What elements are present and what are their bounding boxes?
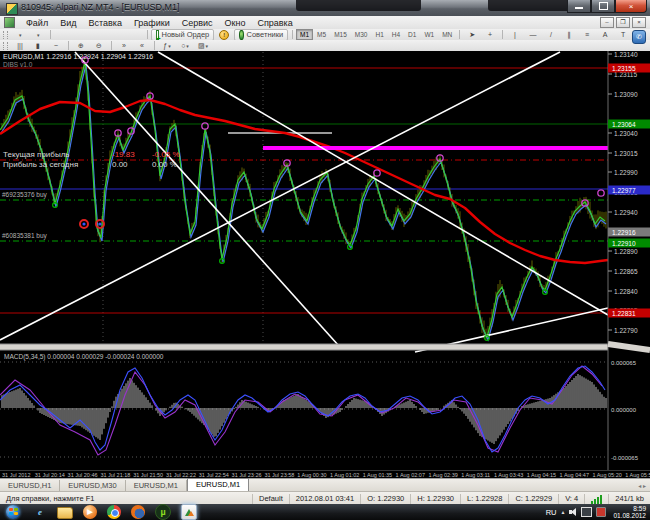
svg-text:1.22865: 1.22865 bbox=[614, 268, 638, 275]
timeframe-M15-button[interactable]: M15 bbox=[330, 29, 351, 40]
cursor-tool[interactable]: ➤ bbox=[464, 29, 480, 40]
horizontal-line-tool[interactable]: — bbox=[525, 29, 541, 40]
menu-item-Справка[interactable]: Справка bbox=[251, 17, 298, 29]
svg-text:1.22990: 1.22990 bbox=[614, 169, 638, 176]
templates-button[interactable]: ▨ bbox=[195, 40, 211, 51]
trendline-tool[interactable]: / bbox=[543, 29, 559, 40]
timeframe-M30-button[interactable]: M30 bbox=[351, 29, 372, 40]
strategy-tester-toggle[interactable] bbox=[127, 29, 143, 40]
chart-canvas[interactable]: EURUSD,M1 1.22916 1.22924 1.22904 1.2291… bbox=[0, 51, 650, 470]
svg-text:1.23090: 1.23090 bbox=[614, 91, 638, 98]
start-button[interactable] bbox=[6, 505, 20, 519]
clock-date: 01.08.2012 bbox=[613, 512, 646, 519]
timeframe-W1-button[interactable]: W1 bbox=[420, 29, 438, 40]
metaeditor-button[interactable]: ! bbox=[216, 29, 232, 40]
timeframe-M1-button[interactable]: M1 bbox=[296, 29, 313, 40]
profiles-button[interactable] bbox=[30, 29, 46, 40]
fibonacci-tool[interactable]: ≡ bbox=[579, 29, 595, 40]
timeframe-MN-button[interactable]: MN bbox=[438, 29, 456, 40]
media-player-icon[interactable]: ▶ bbox=[83, 505, 97, 519]
zoom-in-button[interactable]: ⊕ bbox=[73, 40, 89, 51]
new-chart-button[interactable] bbox=[12, 29, 28, 40]
minimize-button[interactable] bbox=[567, 0, 591, 13]
mdi-close-button[interactable]: × bbox=[632, 17, 646, 28]
status-help-text: Для справки, нажмите F1 bbox=[0, 494, 252, 504]
menu-bar: ФайлВидВставкаГрафикиСервисОкноСправка –… bbox=[0, 16, 650, 30]
chart-area[interactable]: EURUSD,M1 1.22916 1.22924 1.22904 1.2291… bbox=[0, 51, 650, 470]
svg-text:#60835381 buy: #60835381 buy bbox=[2, 232, 48, 240]
menu-item-Вставка[interactable]: Вставка bbox=[82, 17, 127, 29]
zoom-out-button[interactable]: ⊖ bbox=[91, 40, 107, 51]
auto-scroll-button[interactable]: » bbox=[116, 40, 132, 51]
status-volume: V: 4 bbox=[558, 494, 584, 504]
timeframe-D1-button[interactable]: D1 bbox=[404, 29, 420, 40]
market-watch-toggle[interactable] bbox=[55, 29, 71, 40]
network-icon[interactable] bbox=[581, 507, 592, 517]
menu-item-Сервис[interactable]: Сервис bbox=[176, 17, 219, 29]
chart-shift-button[interactable]: « bbox=[134, 40, 150, 51]
timeframe-H1-button[interactable]: H1 bbox=[371, 29, 387, 40]
new-order-icon bbox=[156, 30, 158, 40]
internet-explorer-icon[interactable]: e bbox=[33, 505, 47, 519]
utorrent-icon[interactable]: µ bbox=[155, 504, 171, 520]
tray-expand-icon[interactable]: ▲ bbox=[561, 509, 566, 515]
menu-item-Файл[interactable]: Файл bbox=[20, 17, 54, 29]
timeframe-H4-button[interactable]: H4 bbox=[388, 29, 404, 40]
svg-text:0.000000: 0.000000 bbox=[611, 407, 637, 413]
crosshair-tool[interactable]: + bbox=[482, 29, 498, 40]
data-window-toggle[interactable] bbox=[73, 29, 89, 40]
volume-icon[interactable] bbox=[569, 508, 577, 516]
alpari-mt4-taskbar-icon[interactable] bbox=[181, 504, 197, 520]
status-profile[interactable]: Default bbox=[252, 494, 289, 504]
tab-scroll-arrows[interactable]: ◂ ▸ bbox=[638, 482, 646, 489]
svg-text:1.23140: 1.23140 bbox=[614, 51, 638, 58]
svg-text:-19.83: -19.83 bbox=[112, 150, 135, 159]
action-center-flag-icon[interactable] bbox=[596, 507, 606, 517]
vertical-line-tool[interactable]: | bbox=[507, 29, 523, 40]
toolbar-grip[interactable] bbox=[3, 31, 8, 39]
close-button[interactable]: × bbox=[615, 0, 647, 13]
channel-tool[interactable]: ∥ bbox=[561, 29, 577, 40]
line-chart-button[interactable]: ~ bbox=[48, 40, 64, 51]
window-title: 810945: Alpari NZ MT4 - [EURUSD,M1] bbox=[21, 2, 180, 12]
connection-signal-icon bbox=[584, 494, 608, 504]
menu-item-Вид[interactable]: Вид bbox=[54, 17, 82, 29]
expert-advisors-label: Советники bbox=[247, 30, 284, 39]
restore-button[interactable] bbox=[591, 0, 615, 13]
new-order-label: Новый Ордер bbox=[162, 30, 210, 39]
candlestick-chart-button[interactable]: ▮ bbox=[30, 40, 46, 51]
mdi-minimize-button[interactable]: – bbox=[600, 17, 614, 28]
menu-item-Графики[interactable]: Графики bbox=[128, 17, 176, 29]
firefox-icon[interactable] bbox=[131, 505, 145, 519]
svg-text:0.000065: 0.000065 bbox=[611, 360, 637, 366]
bar-chart-button[interactable]: ||| bbox=[12, 40, 28, 51]
label-tool[interactable]: T bbox=[615, 29, 631, 40]
status-close: C: 1.22929 bbox=[508, 494, 558, 504]
timeframe-M5-button[interactable]: M5 bbox=[313, 29, 330, 40]
text-tool[interactable]: A bbox=[597, 29, 613, 40]
svg-text:0.00 %: 0.00 % bbox=[152, 160, 177, 169]
expert-advisors-button[interactable]: Советники bbox=[234, 29, 288, 41]
chat-icon[interactable]: ✆ bbox=[632, 30, 646, 44]
tray-clock[interactable]: 8:59 01.08.2012 bbox=[613, 505, 646, 519]
svg-text:-0.000065: -0.000065 bbox=[611, 455, 639, 461]
chrome-icon[interactable] bbox=[107, 505, 121, 519]
svg-text:DIBS v1.0: DIBS v1.0 bbox=[3, 61, 33, 68]
title-bar: 810945: Alpari NZ MT4 - [EURUSD,M1] × bbox=[0, 0, 650, 17]
status-traffic: 241/1 kb bbox=[608, 494, 650, 504]
windows-explorer-icon[interactable] bbox=[57, 507, 73, 519]
indicators-button[interactable]: ƒ bbox=[159, 40, 175, 51]
terminal-toggle[interactable] bbox=[109, 29, 125, 40]
navigator-toggle[interactable] bbox=[91, 29, 107, 40]
svg-text:1.23064: 1.23064 bbox=[612, 121, 636, 128]
language-indicator[interactable]: RU bbox=[546, 508, 557, 517]
chart-system-icon[interactable] bbox=[4, 17, 15, 28]
toolbar-grip[interactable] bbox=[3, 42, 8, 50]
mdi-restore-button[interactable]: ❐ bbox=[616, 17, 630, 28]
new-order-button[interactable]: Новый Ордер bbox=[151, 29, 214, 41]
expert-advisors-icon bbox=[239, 30, 243, 40]
svg-text:#69235376 buy: #69235376 buy bbox=[2, 191, 48, 199]
chart-tab-3[interactable]: EURUSD,M1 bbox=[187, 478, 249, 492]
periods-button[interactable]: ○ bbox=[177, 40, 193, 51]
menu-item-Окно[interactable]: Окно bbox=[219, 17, 252, 29]
